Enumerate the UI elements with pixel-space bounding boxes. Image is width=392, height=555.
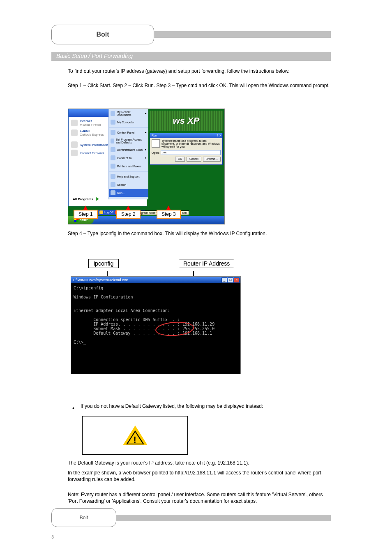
pinned-title: Internet	[80, 119, 92, 123]
cmd-close-icon[interactable]: ×	[234, 278, 240, 283]
ipconfig-callout-label: ipconfig	[88, 259, 119, 268]
run-open-label: Open:	[152, 151, 159, 154]
run-ok-button[interactable]: OK	[175, 157, 185, 162]
run-desc: Type the name of a program, folder, docu…	[161, 139, 221, 148]
section-title-top: Bolt	[51, 25, 154, 44]
sec-mycomputer[interactable]: My Computer	[109, 118, 148, 126]
outlook-icon	[71, 130, 78, 136]
sec-controlpanel[interactable]: Control Panel▸	[109, 128, 148, 136]
run-title: Run	[152, 133, 157, 138]
step2-label: Step 2	[116, 210, 141, 219]
note-paragraph-1: The Default Gateway is your router's IP …	[68, 460, 331, 466]
step3-arrow-icon	[166, 206, 171, 210]
screenshot-start-menu: ws XP Internet Mozilla Firefox E-mail Ou…	[68, 109, 225, 224]
note-paragraph-3: Note: Every router has a different contr…	[68, 491, 331, 504]
bullet-glyph: •	[72, 405, 74, 412]
cmd-min-icon[interactable]: _	[221, 278, 227, 283]
bullet-text: If you do not have a Default Gateway lis…	[81, 403, 327, 409]
step1-label: Step 1	[74, 210, 98, 219]
cmd-max-icon[interactable]: □	[228, 278, 233, 283]
sec-printers[interactable]: Printers and Faxes	[109, 162, 148, 170]
all-programs-arrow-icon	[96, 197, 99, 201]
sec-admin[interactable]: Administrative Tools▸	[109, 146, 148, 154]
cmd-title: C:\WINDOWS\system32\cmd.exe	[73, 278, 128, 282]
page-number: 3	[51, 534, 54, 539]
xp-logo: ws XP	[150, 111, 223, 131]
sec-run[interactable]: Run...	[109, 189, 148, 197]
pinned-sub: Mozilla Firefox	[80, 123, 101, 127]
start-menu-right: My Recent Documents▸ My Computer Control…	[108, 109, 148, 199]
run-open-input[interactable]: cmd	[161, 150, 221, 155]
steps-1-2-3-paragraph: Step 1 – Click Start. Step 2 – Click Run…	[68, 82, 331, 89]
step4-paragraph: Step 4 – Type ipconfig in the command bo…	[68, 230, 331, 237]
sec-help[interactable]: Help and Support	[109, 172, 148, 180]
intro-paragraph: To find out your router's IP address (ga…	[68, 68, 331, 74]
step2-arrow-icon	[126, 206, 130, 210]
section-title-bottom: Bolt	[51, 508, 116, 527]
sec-recent[interactable]: My Recent Documents▸	[109, 109, 148, 118]
sec-spad[interactable]: Set Program Access and Defaults	[109, 136, 148, 146]
router-ip-callout-label: Router IP Address	[179, 259, 234, 268]
cmd-output: C:\>ipconfig Windows IP Configuration Et…	[74, 286, 240, 345]
screenshot-cmd: C:\WINDOWS\system32\cmd.exe _ □ × C:\>ip…	[71, 276, 241, 374]
cmd-window-buttons[interactable]: _ □ ×	[221, 278, 240, 283]
warning-icon-box: !	[82, 416, 188, 455]
run-titlebar-icons: ? ✕	[217, 133, 222, 138]
note-paragraph-2: In the example shown, a web browser poin…	[68, 469, 331, 483]
ie-icon	[71, 150, 78, 156]
sysinfo-icon	[71, 141, 78, 148]
sec-connect[interactable]: Connect To▸	[109, 154, 148, 162]
step3-label: Step 3	[157, 210, 181, 219]
section-subtitle: Basic Setup / Port Forwarding	[56, 53, 133, 59]
step1-arrow-icon	[83, 206, 88, 210]
run-dialog: Run ? ✕ Type the name of a program, fold…	[150, 133, 223, 165]
run-browse-button[interactable]: Browse...	[203, 157, 221, 162]
firefox-icon	[71, 120, 78, 126]
all-programs[interactable]: All Programs	[73, 197, 99, 201]
warning-triangle-icon: !	[123, 426, 148, 445]
run-icon	[152, 139, 160, 148]
section-subtitle-bar: Basic Setup / Port Forwarding	[51, 52, 331, 61]
sec-search[interactable]: Search	[109, 180, 148, 189]
run-cancel-button[interactable]: Cancel	[187, 157, 201, 162]
